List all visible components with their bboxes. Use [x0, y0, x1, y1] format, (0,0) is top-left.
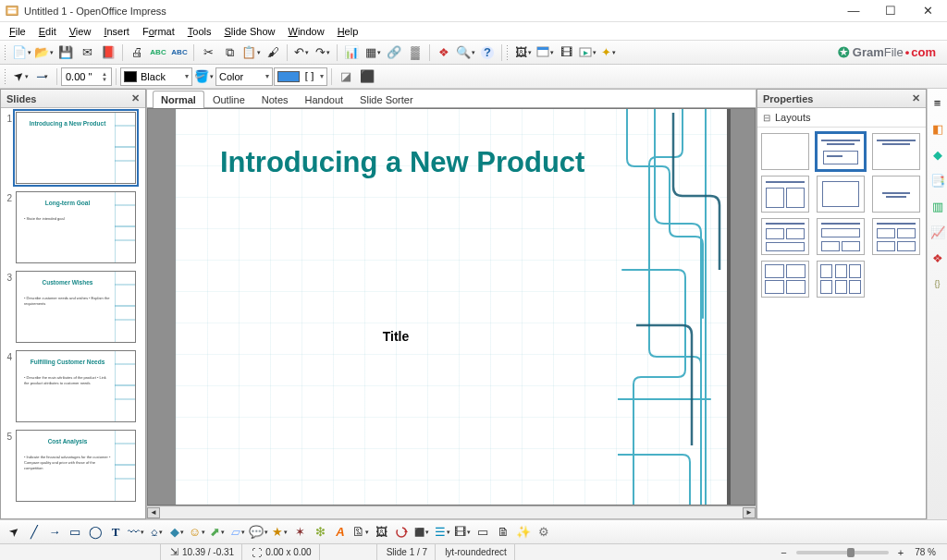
undo-button[interactable] [291, 43, 312, 63]
callouts-tool[interactable] [248, 522, 269, 542]
help-button[interactable] [477, 43, 498, 63]
slideshow-button[interactable] [556, 43, 576, 63]
menu-insert[interactable]: Insert [98, 24, 135, 39]
glue-points-tool[interactable] [310, 522, 330, 542]
slide-canvas-area[interactable]: Introducing a New Product Title [147, 108, 756, 505]
zoom-slider[interactable] [796, 551, 889, 554]
align-tool[interactable] [412, 522, 432, 542]
menu-view[interactable]: View [64, 24, 97, 39]
line-tool[interactable] [24, 522, 44, 542]
menu-file[interactable]: File [4, 24, 31, 39]
tab-handout[interactable]: Handout [297, 91, 352, 108]
slide-thumb-2[interactable]: 2 Long-term Goal• State the intended goa… [3, 191, 143, 263]
sidebar-toggle-icon[interactable]: ≡ [929, 94, 946, 111]
layout-2x2[interactable] [872, 218, 920, 255]
interaction-tool[interactable] [534, 522, 554, 542]
menu-edit[interactable]: Edit [33, 24, 62, 39]
tab-notes[interactable]: Notes [253, 91, 297, 108]
layout-blank[interactable] [761, 133, 809, 170]
paste-button[interactable] [240, 43, 262, 63]
rectangle-tool[interactable] [65, 522, 85, 542]
toolbar-grip3[interactable] [4, 68, 7, 85]
slide-canvas[interactable]: Introducing a New Product Title [176, 108, 727, 505]
select-tool[interactable] [4, 522, 24, 542]
edit-points-tool[interactable] [289, 522, 310, 542]
chart-button[interactable] [341, 43, 362, 63]
slides-list[interactable]: 1 Introducing a New Product 2 Long-term … [1, 108, 145, 518]
menu-tools[interactable]: Tools [182, 24, 217, 39]
basic-shapes-tool[interactable] [166, 522, 187, 542]
window-close[interactable]: ✕ [914, 4, 941, 18]
layout-content-only[interactable] [817, 176, 865, 213]
layout-centered-text[interactable] [872, 176, 920, 213]
extrusion-button[interactable] [357, 67, 377, 87]
block-arrows-tool[interactable] [207, 522, 228, 542]
layout-title-content[interactable] [817, 133, 865, 170]
insert-slide-tool[interactable] [452, 522, 473, 542]
layout-title-only[interactable] [872, 133, 920, 170]
layout-2over1[interactable] [761, 218, 809, 255]
layout-two-content[interactable] [761, 176, 809, 213]
menu-help[interactable]: Help [332, 24, 364, 39]
new-button[interactable] [11, 43, 32, 63]
line-style-button[interactable] [32, 67, 53, 87]
slide-thumb-1[interactable]: 1 Introducing a New Product [3, 112, 143, 184]
slide-thumb-3[interactable]: 3 Customer Wishes• Describe customer nee… [3, 271, 143, 343]
gallery-button[interactable] [513, 43, 534, 63]
toolbar-grip[interactable] [4, 44, 7, 61]
slide-design-tool[interactable] [493, 522, 513, 542]
slide-title-text[interactable]: Introducing a New Product [220, 146, 607, 179]
sidebar-master-icon[interactable] [929, 146, 946, 163]
flowchart-tool[interactable] [228, 522, 248, 542]
styles-button[interactable] [598, 43, 619, 63]
fill-color-combo[interactable]: [] ▾ [274, 67, 327, 86]
window-maximize[interactable]: ☐ [877, 4, 904, 18]
layout-6content[interactable] [817, 261, 865, 298]
grid-button[interactable] [405, 43, 425, 63]
window-minimize[interactable]: — [840, 4, 867, 18]
zoom-button[interactable] [455, 43, 476, 63]
animation-tool[interactable] [513, 522, 534, 542]
slides-panel-close-icon[interactable]: ✕ [131, 92, 140, 104]
slide-subtitle-placeholder[interactable]: Title [176, 329, 616, 344]
layout-4content[interactable] [761, 261, 809, 298]
format-paintbrush-button[interactable] [263, 43, 283, 63]
slide-thumb-5[interactable]: 5 Cost Analysis• Indicate the financial … [3, 430, 143, 502]
layouts-section-header[interactable]: ⊟ Layouts [757, 108, 926, 128]
slide-layout-tool[interactable] [473, 522, 493, 542]
fill-mode-combo[interactable]: Color ▾ [215, 67, 273, 86]
from-file-tool[interactable] [351, 522, 371, 542]
area-fill-button[interactable] [193, 67, 215, 87]
open-button[interactable] [33, 43, 55, 63]
sidebar-navigator-icon[interactable] [929, 250, 946, 266]
menu-window[interactable]: Window [283, 24, 330, 39]
line-width-field[interactable]: 0.00 " ▲▼ [61, 67, 112, 86]
hyperlink-button[interactable] [384, 43, 404, 63]
autospellcheck-button[interactable] [169, 43, 190, 63]
fontwork-tool[interactable] [330, 522, 351, 542]
sidebar-styles-icon[interactable] [929, 275, 946, 292]
arrow-style-button[interactable] [11, 67, 31, 87]
layout-1over2[interactable] [817, 218, 865, 255]
redo-button[interactable] [313, 43, 333, 63]
stars-tool[interactable] [269, 522, 289, 542]
tab-slidesorter[interactable]: Slide Sorter [351, 91, 421, 108]
zoom-in-button[interactable]: + [896, 547, 905, 558]
arrange-tool[interactable] [432, 522, 452, 542]
rotate-tool[interactable] [391, 522, 412, 542]
tab-outline[interactable]: Outline [204, 91, 253, 108]
tab-normal[interactable]: Normal [153, 91, 204, 108]
toolbar-grip2[interactable] [506, 44, 510, 61]
horizontal-scrollbar[interactable]: ◄► [147, 505, 756, 518]
symbol-shapes-tool[interactable] [187, 522, 207, 542]
arrow-line-tool[interactable] [44, 522, 65, 542]
line-color-combo[interactable]: Black ▾ [120, 67, 192, 86]
slideshow-dd-button[interactable] [577, 43, 597, 63]
sidebar-properties-icon[interactable] [929, 120, 946, 137]
export-pdf-button[interactable] [98, 43, 118, 63]
slide-thumb-4[interactable]: 4 Fulfilling Customer Needs• Describe th… [3, 350, 143, 422]
menu-slideshow[interactable]: Slide Show [218, 24, 280, 39]
save-button[interactable] [55, 43, 76, 63]
print-button[interactable] [127, 43, 147, 63]
text-tool[interactable] [105, 522, 126, 542]
